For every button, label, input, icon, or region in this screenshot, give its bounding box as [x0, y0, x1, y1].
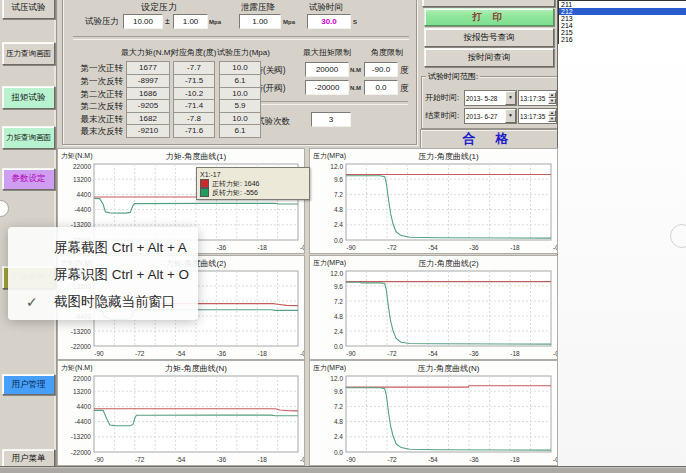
- svg-text:12.0: 12.0: [330, 375, 343, 382]
- result-row-label: 最末次正转: [65, 114, 123, 124]
- menu-item-hide-window[interactable]: ✓截图时隐藏当前窗口: [8, 288, 198, 315]
- start-time-value: 13:17:35: [519, 95, 548, 102]
- svg-text:2.4: 2.4: [334, 221, 343, 228]
- test-time-input[interactable]: 30.0: [307, 14, 351, 29]
- legend-entry-label: 正转力矩: 1646: [212, 179, 259, 188]
- svg-text:压力(MPa): 压力(MPa): [313, 259, 346, 267]
- col-header-torque: 最大力矩(N.M): [121, 48, 173, 58]
- svg-text:22000: 22000: [73, 375, 91, 382]
- report-list-item[interactable]: 214: [559, 22, 686, 29]
- time-spinner-icon[interactable]: ▲▼: [548, 92, 556, 104]
- svg-text:力矩(N.M): 力矩(N.M): [61, 152, 93, 160]
- query-by-report-button[interactable]: 按报告号查询: [424, 28, 554, 47]
- svg-text:-22000: -22000: [71, 449, 92, 456]
- result-pressure-value: 10.0: [219, 61, 261, 75]
- svg-text:-0: -0: [300, 456, 304, 463]
- start-date-value: 2013- 5-28: [465, 95, 505, 102]
- svg-text:-72: -72: [387, 350, 397, 357]
- legend-entry-label: 反转力矩: -556: [212, 188, 258, 197]
- chevron-down-icon[interactable]: ▼: [505, 109, 516, 123]
- sidebar-item-user-management[interactable]: 用户管理: [2, 374, 55, 395]
- divider: [248, 101, 408, 105]
- menu-item-label: 屏幕截图 Ctrl + Alt + A: [54, 239, 187, 257]
- time-range-label: 试验时间范围:: [426, 72, 480, 81]
- test-time-label: 试验时间: [309, 2, 343, 12]
- cw-torque-limit-input[interactable]: 20000: [305, 62, 349, 77]
- start-time-input[interactable]: 13:17:35 ▲▼: [518, 90, 557, 106]
- nm-unit-label: N.M: [350, 65, 361, 75]
- svg-text:7.2: 7.2: [334, 403, 343, 410]
- chart-legend: X1:-17正转力矩: 1646反转力矩: -556: [196, 167, 310, 200]
- svg-text:12.0: 12.0: [330, 163, 343, 170]
- set-pressure-title: 设定压力: [141, 2, 177, 12]
- svg-text:7.2: 7.2: [334, 191, 343, 198]
- ccw-torque-limit-input[interactable]: -20000: [305, 80, 349, 95]
- print-button[interactable]: 打 印: [424, 8, 554, 26]
- svg-text:4.8: 4.8: [334, 206, 343, 213]
- sidebar-item-torque-query[interactable]: 力矩查询画面: [2, 126, 55, 149]
- time-spinner-icon[interactable]: ▲▼: [548, 110, 556, 122]
- result-row-label: 最末次反转: [65, 126, 123, 136]
- sidebar-item-torque-test[interactable]: 扭矩试验: [2, 86, 55, 109]
- mpa-unit-label: Mpa: [209, 17, 221, 27]
- svg-text:-72: -72: [135, 350, 145, 357]
- sidebar-item-pressure-query[interactable]: 压力查询画面: [2, 42, 55, 65]
- report-number-list[interactable]: 211212213214215216: [558, 0, 686, 46]
- sidebar-item-param-settings[interactable]: 参数设定: [2, 168, 55, 190]
- qualified-status-badge: 合 格: [420, 129, 559, 149]
- menu-item-screen-ocr[interactable]: 屏幕识图 Ctrl + Alt + O: [8, 261, 198, 288]
- svg-text:0.0: 0.0: [334, 343, 343, 350]
- seconds-unit-label: S: [353, 17, 357, 27]
- report-list-item[interactable]: 215: [559, 29, 686, 36]
- start-time-label: 开始时间:: [425, 93, 459, 103]
- svg-text:-72: -72: [387, 456, 397, 463]
- report-list-item[interactable]: 216: [559, 36, 686, 43]
- svg-text:力矩-角度曲线(1): 力矩-角度曲线(1): [166, 152, 227, 161]
- end-date-select[interactable]: 2013- 6-27 ▼: [464, 108, 517, 124]
- cutoff-top-button[interactable]: [422, 0, 555, 7]
- svg-text:2.4: 2.4: [334, 328, 343, 335]
- report-list-item[interactable]: 211: [559, 1, 686, 8]
- cw-angle-limit-input[interactable]: -90.0: [364, 62, 398, 77]
- chevron-down-icon[interactable]: ▼: [505, 91, 516, 105]
- start-date-select[interactable]: 2013- 5-28 ▼: [464, 90, 517, 106]
- end-time-label: 结束时间:: [425, 111, 459, 121]
- svg-text:-18: -18: [510, 244, 520, 251]
- angle-limit-header: 角度限制: [371, 48, 403, 58]
- tolerance-input[interactable]: 1.00: [173, 14, 208, 29]
- sidebar-item-test-pressure[interactable]: 试压试验: [2, 0, 55, 19]
- test-pressure-label: 试验压力: [85, 16, 119, 26]
- screenshot-context-menu: 屏幕截图 Ctrl + Alt + A屏幕识图 Ctrl + Alt + O✓截…: [8, 227, 198, 320]
- svg-text:4.8: 4.8: [334, 418, 343, 425]
- result-torque-value: 1677: [126, 61, 170, 75]
- report-list-item[interactable]: 212: [559, 8, 686, 15]
- test-count-input[interactable]: 3: [311, 112, 351, 127]
- svg-text:13200: 13200: [73, 388, 91, 395]
- svg-text:-0: -0: [553, 244, 557, 251]
- leak-drop-input[interactable]: 1.00: [239, 14, 281, 29]
- legend-swatch-icon: [200, 188, 209, 197]
- svg-text:压力(MPa): 压力(MPa): [313, 364, 346, 372]
- svg-text:-90: -90: [346, 244, 356, 251]
- end-time-input[interactable]: 13:17:35 ▲▼: [518, 108, 557, 124]
- svg-text:-54: -54: [176, 350, 186, 357]
- svg-text:力矩(N.M): 力矩(N.M): [61, 364, 93, 372]
- svg-text:-13200: -13200: [71, 328, 92, 335]
- result-row-label: 第二次正转: [65, 89, 123, 99]
- menu-item-screenshot[interactable]: 屏幕截图 Ctrl + Alt + A: [8, 234, 198, 261]
- svg-text:-22000: -22000: [71, 343, 92, 350]
- svg-text:-0: -0: [300, 244, 304, 251]
- report-list-item[interactable]: 213: [559, 15, 686, 22]
- query-by-time-button[interactable]: 按时间查询: [424, 48, 554, 67]
- svg-text:-36: -36: [469, 244, 479, 251]
- result-angle-value: -7.7: [173, 61, 215, 75]
- svg-text:4400: 4400: [77, 191, 92, 198]
- svg-text:力矩-角度曲线(N): 力矩-角度曲线(N): [165, 364, 227, 373]
- col-header-angle: 对应角度(度): [171, 48, 216, 58]
- test-pressure-input[interactable]: 10.00: [123, 14, 163, 29]
- svg-text:2.4: 2.4: [334, 433, 343, 440]
- ccw-angle-limit-input[interactable]: 0.0: [364, 80, 398, 95]
- chart-2: 压力(MPa)压力-角度曲线(1)12.09.67.24.82.40.0-90-…: [309, 148, 558, 254]
- check-icon: ✓: [26, 294, 38, 310]
- svg-text:-54: -54: [428, 244, 438, 251]
